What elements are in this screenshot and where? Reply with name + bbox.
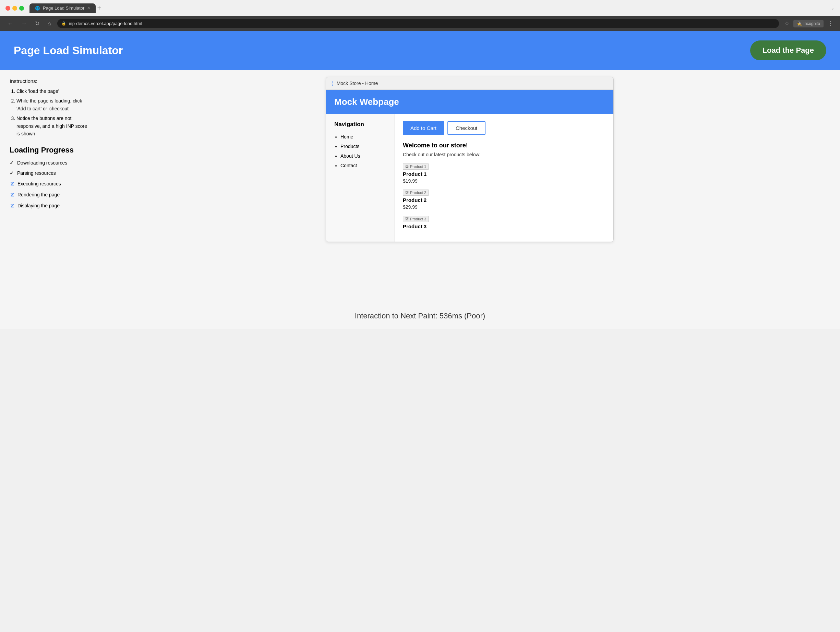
mock-page-title: Mock Webpage	[334, 97, 605, 107]
progress-label-downloading: Downloading resources	[17, 160, 67, 165]
product-image-3: Product 3	[403, 216, 429, 222]
app-footer: Interaction to Next Paint: 536ms (Poor)	[0, 303, 840, 329]
instruction-3: Notice the buttons are not responsive, a…	[16, 115, 90, 137]
loading-progress-title: Loading Progress	[9, 146, 90, 154]
app-header: Page Load Simulator Load the Page	[0, 31, 840, 70]
product-item-2: Product 2 Product 2 $29.99	[403, 189, 605, 210]
mock-nav-title: Navigation	[334, 121, 386, 128]
nav-item-products[interactable]: Products	[341, 142, 386, 151]
traffic-light-red[interactable]	[5, 6, 10, 11]
browser-tabs: 🌐 Page Load Simulator ✕ +	[30, 3, 101, 13]
check-icon-downloading: ✓	[9, 160, 14, 165]
inp-score-label: Interaction to Next Paint: 536ms (Poor)	[355, 312, 485, 320]
product-image-2: Product 2	[403, 189, 429, 196]
nav-item-home[interactable]: Home	[341, 132, 386, 142]
lock-icon: 🔒	[62, 21, 66, 26]
progress-label-rendering: Rendering the page	[17, 192, 60, 197]
mock-action-buttons: Add to Cart Checkout	[403, 121, 605, 135]
browser-titlebar: 🌐 Page Load Simulator ✕ + ⌄	[0, 0, 840, 16]
product-price-2: $29.99	[403, 204, 605, 210]
tab-dropdown-icon[interactable]: ⌄	[831, 6, 835, 11]
more-button[interactable]: ⋮	[826, 19, 835, 28]
address-text: inp-demos.vercel.app/page-load.html	[69, 21, 142, 26]
spinner-icon-rendering: ⧖	[10, 192, 14, 198]
toolbar-actions: ☆ 🕵️ Incognito ⋮	[783, 19, 835, 28]
product-name-2: Product 2	[403, 197, 605, 203]
mock-page-body: Navigation Home Products About Us Contac…	[326, 114, 613, 242]
traffic-light-yellow[interactable]	[13, 6, 17, 11]
reload-button[interactable]: ↻	[33, 19, 41, 28]
back-button[interactable]: ←	[5, 19, 15, 28]
check-icon-parsing: ✓	[9, 170, 14, 176]
incognito-label: Incognito	[803, 21, 820, 26]
address-bar[interactable]: 🔒 inp-demos.vercel.app/page-load.html	[57, 19, 779, 28]
browser-chrome: 🌐 Page Load Simulator ✕ + ⌄ ← → ↻ ⌂ 🔒 in…	[0, 0, 840, 31]
mock-browser-content: Mock Webpage Navigation Home Products Ab…	[326, 90, 613, 242]
content-area: Instructions: Click 'load the page' Whil…	[0, 70, 840, 303]
progress-item-parsing: ✓ Parsing resources	[9, 170, 90, 176]
product-image-1: Product 1	[403, 164, 429, 170]
new-tab-button[interactable]: +	[97, 4, 101, 12]
forward-button[interactable]: →	[19, 19, 29, 28]
mock-nav-list: Home Products About Us Contact	[341, 132, 386, 170]
tab-title: Page Load Simulator	[43, 5, 84, 11]
product-price-1: $19.99	[403, 178, 605, 184]
mock-browser-area: ( Mock Store - Home Mock Webpage Navigat…	[99, 70, 840, 303]
welcome-heading: Welcome to our store!	[403, 142, 605, 149]
mock-nav: Navigation Home Products About Us Contac…	[326, 114, 395, 242]
progress-item-displaying: ⧖ Displaying the page	[9, 203, 90, 209]
add-to-cart-button[interactable]: Add to Cart	[403, 121, 444, 135]
progress-item-downloading: ✓ Downloading resources	[9, 160, 90, 165]
incognito-badge: 🕵️ Incognito	[793, 20, 824, 27]
mock-main: Add to Cart Checkout Welcome to our stor…	[395, 114, 613, 242]
spinner-icon-displaying: ⧖	[10, 203, 14, 209]
traffic-lights	[5, 6, 24, 11]
mock-browser-bar: ( Mock Store - Home	[326, 77, 613, 90]
sidebar: Instructions: Click 'load the page' Whil…	[0, 70, 99, 303]
progress-item-rendering: ⧖ Rendering the page	[9, 192, 90, 198]
tab-close-button[interactable]: ✕	[87, 6, 90, 10]
progress-label-displaying: Displaying the page	[17, 203, 60, 208]
product-name-3: Product 3	[403, 224, 605, 229]
instructions-label: Instructions:	[9, 78, 90, 84]
product-item-1: Product 1 Product 1 $19.99	[403, 163, 605, 184]
browser-toolbar: ← → ↻ ⌂ 🔒 inp-demos.vercel.app/page-load…	[0, 16, 840, 31]
mock-page-header: Mock Webpage	[326, 90, 613, 114]
progress-label-parsing: Parsing resources	[17, 170, 56, 176]
home-button[interactable]: ⌂	[46, 19, 53, 28]
progress-item-executing: ⧖ Executing resources	[9, 181, 90, 187]
browser-tab-active[interactable]: 🌐 Page Load Simulator ✕	[30, 3, 96, 13]
mock-browser: ( Mock Store - Home Mock Webpage Navigat…	[326, 77, 614, 242]
mock-browser-spinner: (	[332, 80, 333, 86]
load-page-button[interactable]: Load the Page	[750, 41, 826, 60]
mock-tab-title: Mock Store - Home	[337, 80, 378, 86]
progress-label-executing: Executing resources	[17, 181, 61, 186]
traffic-light-green[interactable]	[19, 6, 24, 11]
spinner-icon-executing: ⧖	[10, 181, 14, 187]
bookmark-button[interactable]: ☆	[783, 19, 791, 28]
instruction-1: Click 'load the page'	[16, 87, 90, 95]
product-name-1: Product 1	[403, 171, 605, 177]
nav-item-about[interactable]: About Us	[341, 151, 386, 161]
checkout-button[interactable]: Checkout	[447, 121, 485, 135]
welcome-text: Check out our latest products below:	[403, 152, 605, 157]
tab-favicon: 🌐	[35, 6, 40, 11]
instructions-list: Click 'load the page' While the page is …	[16, 87, 90, 137]
product-item-3: Product 3 Product 3	[403, 215, 605, 229]
incognito-icon: 🕵️	[797, 21, 802, 26]
nav-item-contact[interactable]: Contact	[341, 161, 386, 170]
app-title: Page Load Simulator	[14, 44, 123, 57]
instruction-2: While the page is loading, click 'Add to…	[16, 97, 90, 112]
